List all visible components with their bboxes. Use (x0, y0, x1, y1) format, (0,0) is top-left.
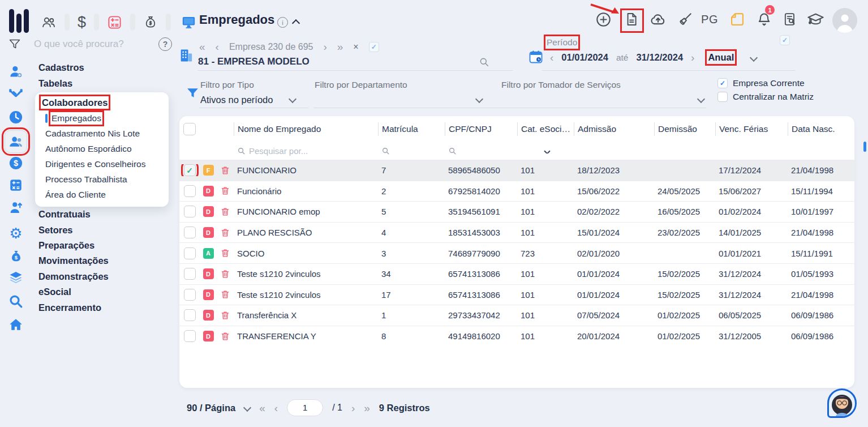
help-icon[interactable]: ? (158, 37, 172, 51)
company-checkbox[interactable]: ✓ (369, 42, 379, 52)
delete-button[interactable] (217, 165, 234, 176)
sidebar-item-setores[interactable]: Setores (0, 222, 170, 237)
collapse-chevron-icon[interactable] (292, 19, 300, 27)
filter-tipo-select[interactable]: Ativos no período (200, 95, 273, 105)
row-checkbox[interactable] (184, 289, 196, 301)
calculator-icon[interactable] (7, 177, 24, 194)
pg-icon[interactable]: PG (701, 10, 719, 28)
sidebar-item-demonstracoes[interactable]: Demonstrações (0, 269, 170, 284)
per-page-select[interactable]: 90 / Página (187, 403, 235, 413)
filter-funnel-icon[interactable] (8, 37, 22, 51)
delete-button[interactable] (217, 331, 234, 341)
column-header-cat-esocial[interactable]: Cat. eSoci… (517, 122, 574, 136)
company-name[interactable]: 81 - EMPRESA MODELO (198, 56, 310, 67)
broom-icon[interactable] (676, 10, 694, 28)
filter-departamento-chevron-icon[interactable] (475, 95, 483, 103)
graduation-cap-icon[interactable] (806, 10, 824, 28)
table-row[interactable]: D Funcionário 2 67925814020 101 15/06/20… (179, 181, 854, 202)
prev-page-button[interactable]: ‹ (274, 403, 278, 413)
period-next-button[interactable]: › (691, 52, 694, 63)
dollar-circle-icon[interactable]: $ (7, 155, 24, 172)
company-prev-button[interactable]: ‹ (216, 41, 219, 52)
empresa-corrente-checkbox[interactable]: ✓ (717, 78, 728, 88)
sidebar-item-area-do-cliente[interactable]: Área do Cliente (35, 187, 169, 202)
company-next-button[interactable]: › (323, 41, 326, 52)
period-checkbox[interactable]: ✓ (780, 35, 790, 45)
cpf-search-input[interactable] (445, 147, 517, 155)
cloud-upload-icon[interactable] (649, 10, 667, 28)
user-avatar[interactable] (832, 8, 857, 33)
table-row[interactable]: D Teste s1210 2vinculos 17 65741313086 1… (179, 284, 854, 305)
people-icon[interactable] (5, 130, 27, 153)
page-input[interactable]: 1 (287, 399, 323, 416)
delete-button[interactable] (217, 186, 234, 196)
company-clear-button[interactable]: × (353, 42, 358, 52)
delete-button[interactable] (217, 269, 234, 279)
row-checkbox[interactable] (184, 330, 196, 342)
sidebar-item-esocial[interactable]: eSocial (0, 284, 170, 300)
flyout-title[interactable]: Colaboradores (42, 97, 108, 108)
cat-esocial-filter-select[interactable] (517, 149, 574, 153)
row-checkbox[interactable] (184, 247, 196, 259)
column-header-admissao[interactable]: Admissão (574, 122, 654, 136)
last-page-button[interactable]: » (364, 403, 370, 413)
first-page-button[interactable]: « (259, 403, 265, 413)
column-header-cpf[interactable]: CPF/CNPJ (445, 122, 517, 136)
assistant-avatar[interactable] (827, 388, 857, 418)
sidebar-item-preparacoes[interactable]: Preparações (0, 238, 170, 253)
row-checkbox[interactable]: ✓ (184, 164, 196, 176)
company-first-button[interactable]: « (199, 41, 205, 52)
info-icon[interactable]: i (277, 17, 288, 28)
delete-button[interactable] (217, 228, 234, 238)
period-prev-button[interactable]: ‹ (550, 52, 553, 63)
per-page-chevron-icon[interactable] (243, 404, 251, 412)
filter-tomador-chevron-icon[interactable] (697, 95, 705, 103)
column-header-nome[interactable]: Nome do Empregado (234, 122, 378, 136)
centralizar-matriz-checkbox[interactable] (717, 92, 728, 102)
period-start-date[interactable]: 01/01/2024 (561, 52, 608, 63)
name-search-input[interactable]: Pesquisar por... (234, 146, 378, 156)
sidebar-item-dirigentes-e-conselheiros[interactable]: Dirigentes e Conselheiros (35, 156, 169, 172)
document-search-icon[interactable] (781, 10, 799, 28)
sidebar-item-tabelas[interactable]: Tabelas (0, 75, 170, 91)
select-all-checkbox[interactable] (183, 123, 196, 135)
row-checkbox[interactable] (184, 268, 196, 280)
row-checkbox[interactable] (184, 227, 196, 238)
period-end-date[interactable]: 31/12/2024 (636, 52, 683, 63)
matricula-search-input[interactable] (378, 147, 445, 155)
scrollbar-thumb[interactable] (863, 142, 866, 152)
delete-button[interactable] (217, 289, 234, 300)
sidebar-item-cadastros[interactable]: Cadastros (0, 60, 170, 75)
filter-tipo-chevron-icon[interactable] (289, 95, 297, 103)
delete-button[interactable] (217, 248, 234, 258)
table-row[interactable]: D Teste s1210 2vinculos 34 65741313086 1… (179, 263, 854, 284)
sidebar-item-movimentacoes[interactable]: Movimentações (0, 253, 170, 268)
table-row[interactable]: D TRANSFERENCIA Y 8 49149816020 101 20/0… (179, 326, 854, 347)
sticky-note-icon[interactable] (728, 10, 746, 28)
table-row[interactable]: D FUNCIONARIO emop 5 35194561091 101 02/… (179, 201, 854, 222)
next-page-button[interactable]: › (351, 403, 355, 413)
calculator-icon[interactable] (107, 15, 122, 30)
company-search-icon[interactable] (479, 57, 489, 67)
table-row[interactable]: D Transferência X 1 29733437042 101 07/0… (179, 305, 854, 326)
sidebar-item-encerramento[interactable]: Encerramento (0, 300, 170, 315)
delete-button[interactable] (217, 310, 234, 321)
column-header-matricula[interactable]: Matrícula (378, 122, 445, 136)
money-bag-icon[interactable] (143, 15, 158, 29)
table-row[interactable]: D PLANO RESCISÃO 4 18531453003 101 15/01… (179, 222, 854, 243)
home-icon[interactable] (7, 316, 24, 333)
clock-icon[interactable] (7, 109, 24, 126)
sidebar-item-processo-trabalhista[interactable]: Processo Trabalhista (35, 172, 169, 187)
period-mode[interactable]: Anual (708, 52, 734, 63)
row-checkbox[interactable] (184, 185, 196, 197)
company-last-button[interactable]: » (337, 41, 343, 52)
delete-button[interactable] (217, 207, 234, 217)
column-header-demissao[interactable]: Demissão (654, 122, 715, 136)
row-checkbox[interactable] (184, 206, 196, 217)
period-mode-chevron-icon[interactable] (750, 53, 758, 61)
sidebar-item-autonomo-esporadico[interactable]: Autônomo Esporádico (35, 141, 169, 156)
column-header-data-nasc[interactable]: Data Nasc. (788, 122, 854, 136)
row-checkbox[interactable] (184, 309, 196, 321)
sidebar-item-cadastramento-nis-lote[interactable]: Cadastramento Nis Lote (35, 126, 169, 141)
table-row[interactable]: A SOCIO 3 74689779090 723 02/01/2020 01/… (179, 242, 854, 263)
